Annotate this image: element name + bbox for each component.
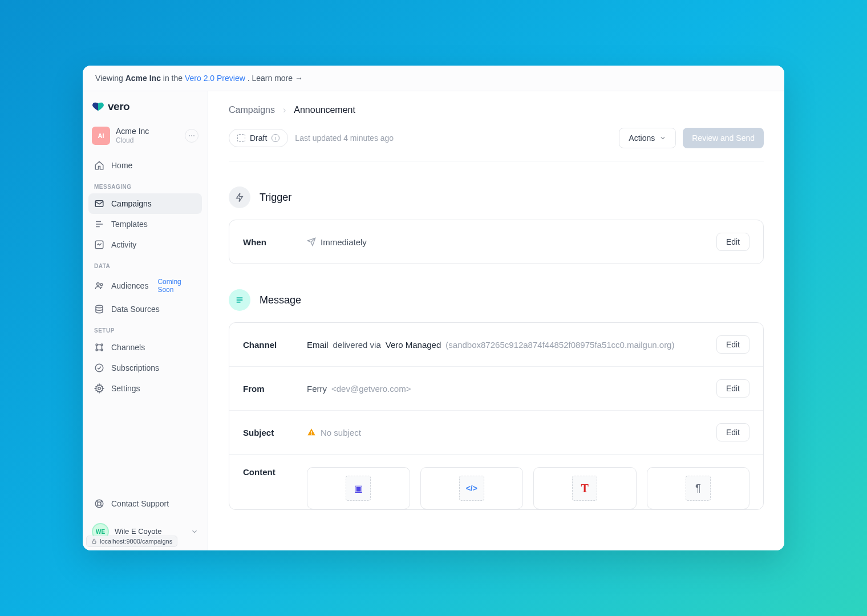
content-option-plaintext[interactable]: ¶ xyxy=(647,467,750,509)
subject-value: No subject xyxy=(321,428,361,437)
preview-prefix: Viewing xyxy=(95,74,123,83)
database-icon xyxy=(94,304,104,314)
workspace-menu-button[interactable]: ⋯ xyxy=(185,129,198,143)
subject-value-wrap: No subject xyxy=(307,428,716,437)
when-label: When xyxy=(243,237,307,247)
status-chip[interactable]: Draft i xyxy=(229,129,288,147)
preview-banner: Viewing Acme Inc in the Vero 2.0 Preview… xyxy=(83,66,784,91)
text-icon: T xyxy=(572,476,597,501)
subject-row: Subject No subject Edit xyxy=(229,411,763,455)
channel-label: Channel xyxy=(243,340,307,350)
sidebar-item-activity[interactable]: Activity xyxy=(88,234,202,255)
actions-label: Actions xyxy=(629,133,655,143)
gear-icon xyxy=(94,383,104,394)
sidebar-item-campaigns[interactable]: Campaigns xyxy=(88,193,202,214)
audiences-icon xyxy=(94,281,104,291)
check-circle-icon xyxy=(94,363,104,373)
channels-icon xyxy=(94,342,104,352)
preview-suffix[interactable]: . Learn more → xyxy=(248,74,303,83)
subject-label: Subject xyxy=(243,428,307,437)
from-name: Ferry xyxy=(307,384,327,394)
message-icon xyxy=(229,289,250,311)
logo-icon xyxy=(92,102,104,112)
sidebar-label: Contact Support xyxy=(111,499,169,508)
sidebar-label: Home xyxy=(111,161,132,170)
draft-icon xyxy=(237,134,245,142)
sidebar-label: Channels xyxy=(111,343,145,352)
section-messaging-label: MESSAGING xyxy=(88,176,202,193)
preview-link[interactable]: Vero 2.0 Preview xyxy=(185,74,245,83)
main-inner: Campaigns › Announcement Draft i Last up… xyxy=(208,91,784,550)
url-chip: localhost:9000/campaigns xyxy=(86,536,177,547)
review-send-button[interactable]: Review and Send xyxy=(683,128,764,148)
channel-provider: Vero Managed xyxy=(386,340,441,350)
section-data-label: DATA xyxy=(88,255,202,273)
breadcrumb-current: Announcement xyxy=(294,105,355,115)
sidebar-label: Audiences xyxy=(111,281,148,290)
logo-text: vero xyxy=(108,100,129,113)
chevron-right-icon: › xyxy=(283,105,286,115)
trigger-card: When Immediately Edit xyxy=(229,220,764,264)
content-option-html[interactable]: </> xyxy=(420,467,524,509)
when-value: Immediately xyxy=(321,237,367,247)
envelope-icon xyxy=(94,198,104,209)
svg-point-8 xyxy=(96,344,98,346)
workspace-switcher[interactable]: AI Acme Inc Cloud ⋯ xyxy=(88,123,202,155)
content-option-richtext[interactable]: T xyxy=(533,467,637,509)
sidebar-label: Campaigns xyxy=(111,199,152,208)
sidebar-item-data-sources[interactable]: Data Sources xyxy=(88,299,202,319)
svg-rect-20 xyxy=(92,541,96,544)
sidebar-item-contact-support[interactable]: Contact Support xyxy=(88,493,202,514)
sidebar-item-subscriptions[interactable]: Subscriptions xyxy=(88,358,202,378)
actions-button[interactable]: Actions xyxy=(619,128,676,148)
content-options: ▣ </> T xyxy=(307,467,749,509)
support-icon xyxy=(94,499,104,509)
sidebar-item-home[interactable]: Home xyxy=(88,155,202,176)
trigger-when-row: When Immediately Edit xyxy=(229,220,763,264)
header-row: Draft i Last updated 4 minutes ago Actio… xyxy=(229,128,764,161)
send-icon xyxy=(307,237,316,246)
sidebar-item-settings[interactable]: Settings xyxy=(88,378,202,399)
workspace-avatar: AI xyxy=(92,127,110,145)
chevron-down-icon xyxy=(659,135,666,141)
preview-company: Acme Inc xyxy=(125,74,161,83)
url-text: localhost:9000/campaigns xyxy=(100,538,172,545)
status-label: Draft xyxy=(250,133,267,143)
coming-soon-badge: Coming Soon xyxy=(157,278,196,294)
message-title: Message xyxy=(260,294,301,306)
home-icon xyxy=(94,160,104,171)
sidebar-item-channels[interactable]: Channels xyxy=(88,337,202,358)
svg-rect-25 xyxy=(311,434,311,435)
trigger-section-header: Trigger xyxy=(229,187,764,208)
svg-point-5 xyxy=(97,283,100,286)
sidebar-label: Subscriptions xyxy=(111,363,159,372)
review-label: Review and Send xyxy=(692,133,755,143)
content-label: Content xyxy=(243,467,307,477)
plaintext-icon: ¶ xyxy=(686,476,711,501)
edit-subject-button[interactable]: Edit xyxy=(716,423,749,441)
logo[interactable]: vero xyxy=(88,100,202,123)
header-actions: Actions Review and Send xyxy=(619,128,764,148)
lock-icon xyxy=(91,538,97,544)
edit-channel-button[interactable]: Edit xyxy=(716,335,749,354)
from-email: <dev@getvero.com> xyxy=(331,384,411,394)
warning-icon xyxy=(307,428,316,437)
svg-point-12 xyxy=(95,364,103,372)
svg-rect-24 xyxy=(311,431,311,433)
sidebar: vero AI Acme Inc Cloud ⋯ Home MESSAGING xyxy=(83,91,208,550)
edit-from-button[interactable]: Edit xyxy=(716,379,749,398)
sidebar-item-audiences[interactable]: Audiences Coming Soon xyxy=(88,273,202,299)
chevron-down-icon xyxy=(191,528,198,536)
svg-point-11 xyxy=(101,349,103,351)
breadcrumb-root[interactable]: Campaigns xyxy=(229,105,275,115)
svg-point-10 xyxy=(96,349,98,351)
svg-point-13 xyxy=(98,387,101,390)
content-option-template[interactable]: ▣ xyxy=(307,467,410,509)
breadcrumb: Campaigns › Announcement xyxy=(229,105,764,115)
info-icon: i xyxy=(272,134,279,142)
body-wrapper: vero AI Acme Inc Cloud ⋯ Home MESSAGING xyxy=(83,91,784,550)
svg-point-7 xyxy=(96,305,103,308)
edit-trigger-button[interactable]: Edit xyxy=(716,233,749,251)
svg-point-6 xyxy=(100,283,103,286)
sidebar-item-templates[interactable]: Templates xyxy=(88,214,202,234)
